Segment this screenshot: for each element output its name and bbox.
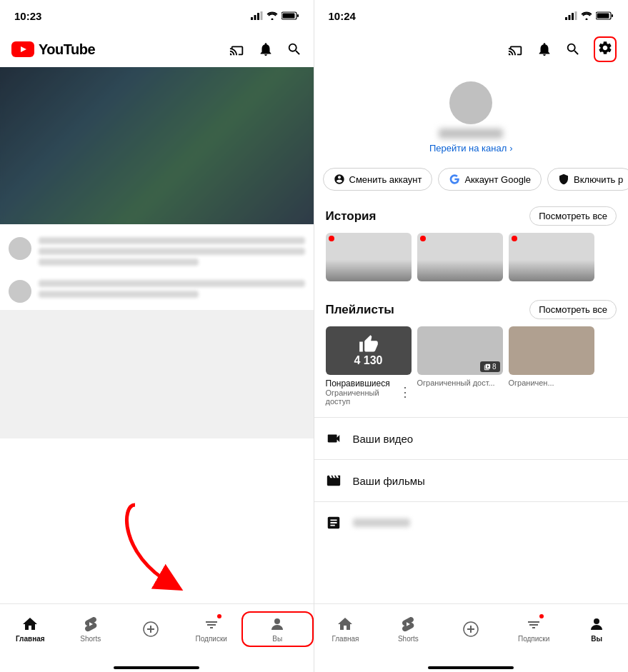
nav-shorts-right[interactable]: Shorts (377, 616, 439, 643)
youtube-icon (11, 41, 34, 57)
svg-point-19 (594, 618, 599, 624)
channel-link-text: Перейти на канал (429, 143, 507, 154)
svg-rect-11 (565, 17, 567, 20)
switch-account-icon (334, 174, 345, 185)
playlists-row: 4 130 Понравившиеся Ограниченный доступ … (314, 326, 629, 414)
your-videos-item[interactable]: Ваши видео (314, 421, 629, 456)
video-item-2[interactable] (0, 273, 314, 310)
battery-icon-right (596, 11, 614, 20)
shorts-icon-right (399, 616, 417, 633)
nav-you-left-highlighted[interactable]: Вы (241, 611, 314, 647)
profile-channel-link[interactable]: Перейти на канал › (429, 143, 513, 154)
profile-header: Перейти на канал › (314, 67, 629, 162)
nav-you-right[interactable]: Вы (565, 616, 628, 643)
nav-you-label-right: Вы (591, 635, 602, 643)
more-icon-liked[interactable]: ⋮ (399, 384, 412, 400)
nav-subscriptions-right[interactable]: Подписки (502, 616, 565, 643)
content-left (0, 67, 314, 603)
your-movies-item[interactable]: Ваши фильмы (314, 463, 629, 498)
playlist-2-thumb: 8 (417, 326, 503, 375)
extra-item[interactable] (314, 505, 629, 541)
video-title-blur-2 (39, 248, 305, 255)
you-icon-left (269, 616, 286, 633)
nav-subscriptions-label-right: Подписки (518, 635, 549, 643)
home-indicator-right (428, 666, 514, 669)
status-bar-right: 10:24 (314, 0, 629, 31)
video-title-blur-3 (39, 280, 305, 287)
playlists-see-all-btn[interactable]: Посмотреть все (529, 300, 617, 319)
playlist-3-info: Ограничен... (509, 378, 594, 387)
your-videos-text: Ваши видео (353, 433, 414, 445)
history-section-header: История Посмотреть все (314, 196, 629, 233)
svg-rect-0 (251, 17, 253, 20)
home-icon-right (337, 616, 354, 633)
svg-point-10 (274, 618, 280, 624)
subscriptions-dot-right (539, 614, 544, 618)
video-info-2 (39, 280, 305, 298)
google-account-btn[interactable]: Аккаунт Google (438, 168, 542, 191)
header-actions-left (229, 41, 302, 57)
svg-rect-14 (575, 11, 577, 20)
signal-icon-right (565, 11, 577, 20)
switch-account-btn[interactable]: Сменить аккаунт (323, 168, 433, 191)
main-video-thumbnail[interactable] (0, 67, 314, 224)
enable-icon (558, 174, 569, 185)
divider-1 (314, 417, 629, 418)
nav-shorts-left[interactable]: Shorts (61, 616, 121, 643)
video-item-1[interactable] (0, 230, 314, 273)
liked-playlist-name: Понравившиеся (326, 378, 399, 388)
svg-rect-5 (297, 14, 299, 17)
nav-create-left[interactable] (121, 621, 181, 638)
nav-shorts-label-right: Shorts (398, 635, 419, 643)
profile-avatar (449, 81, 492, 124)
history-thumb-3[interactable] (509, 233, 594, 281)
divider-2 (314, 459, 629, 460)
nav-subscriptions-left[interactable]: Подписки (181, 616, 242, 643)
notifications-icon[interactable] (258, 41, 274, 57)
cast-icon[interactable] (229, 41, 245, 57)
nav-home-left[interactable]: Главная (0, 616, 61, 643)
liked-playlist-info: Понравившиеся Ограниченный доступ ⋮ (326, 378, 412, 406)
svg-rect-13 (572, 13, 574, 20)
playlists-title: Плейлисты (326, 303, 394, 317)
playlist-2-access: Ограниченный дост... (417, 378, 495, 387)
google-icon (449, 174, 460, 185)
nav-create-right[interactable] (439, 621, 502, 638)
nav-home-right[interactable]: Главная (314, 616, 377, 643)
video-list (0, 224, 314, 444)
search-icon[interactable] (286, 41, 302, 57)
profile-name (439, 129, 503, 139)
history-thumb-1[interactable] (326, 233, 412, 281)
enable-btn[interactable]: Включить р (547, 168, 628, 191)
history-see-all-btn[interactable]: Посмотреть все (529, 206, 617, 226)
your-movies-text: Ваши фильмы (353, 475, 425, 487)
subscriptions-dot-left (217, 614, 221, 618)
playlist-3[interactable]: Ограничен... (509, 326, 594, 406)
notifications-icon-right[interactable] (537, 41, 552, 57)
google-account-label: Аккаунт Google (464, 174, 531, 185)
nav-home-label-left: Главная (16, 635, 45, 643)
playlist-2[interactable]: 8 Ограниченный дост... (417, 326, 503, 406)
you-icon-right (588, 616, 605, 633)
svg-rect-16 (612, 14, 613, 17)
search-icon-right[interactable] (565, 41, 581, 57)
channel-avatar-1 (9, 237, 31, 260)
cast-icon-right[interactable] (508, 41, 524, 57)
nav-you-label-left: Вы (272, 635, 282, 643)
divider-3 (314, 501, 629, 502)
create-icon-left (142, 621, 159, 638)
settings-highlighted-container[interactable] (594, 36, 617, 62)
right-phone: 10:24 (314, 0, 629, 672)
playlists-section-header: Плейлисты Посмотреть все (314, 290, 629, 326)
video-meta-blur-2 (39, 291, 199, 298)
history-thumb-2[interactable] (417, 233, 503, 281)
settings-icon-right[interactable] (597, 40, 613, 56)
playlist-3-access: Ограничен... (509, 378, 554, 387)
liked-playlist[interactable]: 4 130 Понравившиеся Ограниченный доступ … (326, 326, 412, 406)
liked-count: 4 130 (354, 354, 382, 367)
battery-icon (281, 11, 299, 20)
svg-rect-6 (282, 14, 294, 19)
time-right: 10:24 (329, 10, 356, 22)
video-meta-blur-1 (39, 259, 199, 266)
nav-subscriptions-label-left: Подписки (196, 635, 227, 643)
